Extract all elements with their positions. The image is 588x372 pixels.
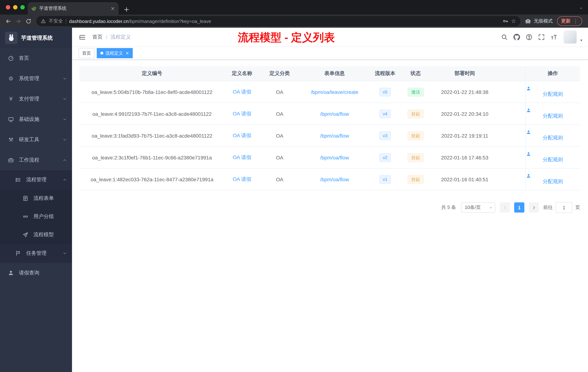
password-key-icon[interactable]	[502, 18, 508, 24]
dashboard-icon	[7, 55, 15, 61]
current-page-button[interactable]: 1	[514, 202, 524, 213]
url-text[interactable]: dashboard.yudao.iocoder.cn/bpm/manager/d…	[69, 18, 211, 24]
table-body: oa_leave:5:004b710b-7b8a-11ec-8ef0-acde4…	[79, 81, 580, 190]
briefcase-icon	[7, 157, 15, 163]
page-size-select[interactable]: 10条/页 ▾	[461, 202, 495, 213]
web-app: 芋道管理系统 首页 ⚙ 系统管理 ¥ 支付管理	[0, 28, 588, 372]
next-page-button[interactable]	[529, 202, 539, 213]
definition-table: 定义编号定义名称定义分类表单信息流程版本状态部署时间操作 oa_leave:5:…	[79, 66, 580, 190]
chevron-up-icon	[63, 178, 67, 182]
process-mgmt-submenu: 流程表单 用户分组 流程模型	[0, 189, 72, 244]
new-tab-button[interactable]: +	[121, 4, 132, 15]
search-icon[interactable]	[500, 33, 509, 42]
column-header: 定义名称	[225, 66, 259, 81]
sidebar-toggle-icon[interactable]	[78, 33, 86, 42]
pagination: 共 5 条 10条/页 ▾ 1 前往 页	[79, 202, 580, 213]
goto-page-input[interactable]	[556, 202, 572, 213]
sidebar-item-task-mgmt[interactable]: 任务管理	[0, 244, 72, 263]
window-zoom-button[interactable]	[20, 5, 25, 10]
github-icon[interactable]	[512, 33, 521, 42]
tab-search-caret-icon[interactable]: ⌄	[579, 5, 583, 10]
cell-definition-name[interactable]: OA 请假	[225, 125, 259, 146]
fullscreen-icon[interactable]	[537, 33, 546, 42]
avatar-caret-icon[interactable]: ▾	[580, 38, 582, 42]
paper-plane-icon	[22, 232, 29, 238]
assign-rule-link: 分配规则	[526, 152, 580, 162]
page-annotation-title: 流程模型 - 定义列表	[238, 31, 335, 44]
sidebar-item-process-model[interactable]: 流程模型	[0, 226, 72, 244]
sidebar-item-process-mgmt[interactable]: 流程管理	[0, 170, 72, 189]
cell-actions[interactable]: 分配规则	[525, 168, 580, 190]
assign-rule-link: 分配规则	[526, 130, 580, 141]
sidebar-item-system[interactable]: ⚙ 系统管理	[0, 68, 72, 89]
back-button[interactable]	[3, 16, 13, 26]
cell-definition-name[interactable]: OA 请假	[225, 168, 259, 190]
address-bar[interactable]: 不安全 dashboard.yudao.iocoder.cn/bpm/manag…	[36, 16, 520, 26]
security-label[interactable]: 不安全	[49, 18, 63, 24]
assign-rule-link: 分配规则	[526, 174, 580, 184]
page-content: 定义编号定义名称定义分类表单信息流程版本状态部署时间操作 oa_leave:5:…	[72, 60, 588, 372]
cell-definition-name[interactable]: OA 请假	[225, 81, 259, 103]
cell-form-info[interactable]: /bpm/oa/flow	[300, 168, 369, 190]
forward-button[interactable]	[13, 16, 23, 26]
chevron-down-icon	[63, 97, 67, 101]
sidebar-item-user-group[interactable]: 用户分组	[0, 208, 72, 226]
sidebar-item-payment[interactable]: ¥ 支付管理	[0, 89, 72, 109]
url-host: dashboard.yudao.iocoder.cn	[69, 18, 128, 24]
sidebar-item-infra[interactable]: 基础设施	[0, 109, 72, 130]
cell-deploy-time: 2022-01-22 19:19:11	[430, 125, 499, 146]
cell-actions[interactable]: 分配规则	[525, 125, 580, 146]
cell-actions[interactable]: 分配规则	[525, 81, 580, 103]
font-size-icon[interactable]	[549, 33, 558, 42]
sidebar-item-leave-query[interactable]: 请假查询	[0, 263, 72, 283]
users-icon	[22, 214, 29, 219]
sidebar-item-workflow[interactable]: 工作流程	[0, 150, 72, 170]
tag-home[interactable]: 首页	[79, 48, 94, 58]
cell-filler	[499, 146, 525, 168]
breadcrumb-separator: /	[106, 34, 107, 40]
chrome-update-button[interactable]: 更新 ⋮	[557, 16, 582, 26]
user-avatar[interactable]	[564, 31, 577, 44]
browser-tab[interactable]: 芋道管理系统 ×	[28, 2, 118, 15]
window-close-button[interactable]	[6, 5, 10, 10]
logo-avatar	[5, 32, 17, 44]
sidebar-item-devtools[interactable]: ⚒ 研发工具	[0, 130, 72, 150]
table-row: oa_leave:3:1fad3d93-7b75-11ec-a3c8-acde4…	[79, 125, 580, 146]
sidebar-item-process-form[interactable]: 流程表单	[0, 189, 72, 208]
window-minimize-button[interactable]	[13, 5, 17, 10]
status-badge: 挂起	[408, 131, 424, 140]
sidebar-item-home[interactable]: 首页	[0, 48, 72, 68]
cell-form-info[interactable]: /bpm/oa/flow	[300, 125, 369, 146]
cell-deploy-time: 2022-01-16 01:40:51	[430, 168, 499, 190]
prev-page-button[interactable]	[500, 202, 510, 213]
tags-view-bar: 首页 流程定义 ×	[72, 47, 588, 60]
reload-button[interactable]	[23, 16, 33, 26]
tag-close-icon[interactable]: ×	[126, 51, 129, 55]
cell-status: 挂起	[401, 168, 430, 190]
cell-filler	[499, 125, 525, 146]
cell-form-info[interactable]: /bpm/oa/flow	[300, 103, 369, 125]
not-secure-warning-icon[interactable]	[41, 19, 46, 24]
cell-actions[interactable]: 分配规则	[525, 103, 580, 125]
cell-form-info[interactable]: /bpm/oa/leave/create	[300, 81, 369, 103]
cell-definition-name[interactable]: OA 请假	[225, 146, 259, 168]
cell-definition-name[interactable]: OA 请假	[225, 103, 259, 125]
yen-icon: ¥	[7, 96, 15, 102]
browser-menu-dots-icon[interactable]: ⋮	[573, 18, 578, 24]
cell-actions[interactable]: 分配规则	[525, 146, 580, 168]
main-area: 首页 / 流程定义 流程模型 - 定义列表	[72, 28, 588, 372]
workflow-submenu: 流程管理 流程表单 用户分组	[0, 170, 72, 263]
cell-category: OA	[259, 103, 300, 125]
help-icon[interactable]	[524, 33, 534, 42]
cell-status: 挂起	[401, 125, 430, 146]
breadcrumb-home[interactable]: 首页	[92, 34, 103, 40]
browser-tabstrip: 芋道管理系统 × + ⌄	[0, 0, 588, 15]
app-logo[interactable]: 芋道管理系统	[0, 28, 72, 48]
column-header: 状态	[401, 66, 430, 81]
cell-form-info[interactable]: /bpm/oa/flow	[300, 146, 369, 168]
bookmark-star-icon[interactable]: ☆	[511, 18, 516, 24]
goto-label: 前往	[543, 204, 553, 211]
tag-process-definition[interactable]: 流程定义 ×	[97, 48, 133, 58]
tab-close-icon[interactable]: ×	[111, 6, 115, 11]
browser-window: 芋道管理系统 × + ⌄ 不安全 dashboard.yudao.iocoder…	[0, 0, 588, 372]
